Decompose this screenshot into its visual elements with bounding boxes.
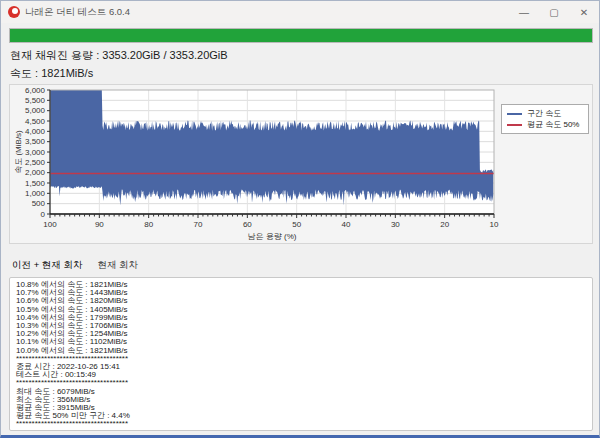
- naraeon-logo-icon: [8, 6, 20, 18]
- svg-text:4,000: 4,000: [25, 127, 46, 136]
- y-axis-label: 속도 (MiB/s): [14, 130, 23, 174]
- app-window: 나래온 더티 테스트 6.0.4 — ▢ ✕ 현재 채워진 용량 : 3353.…: [0, 0, 600, 438]
- svg-text:2,500: 2,500: [25, 158, 46, 167]
- log-line: 종료 시간 : 2022-10-26 15:41: [16, 363, 586, 371]
- svg-text:1,500: 1,500: [25, 179, 46, 188]
- maximize-button[interactable]: ▢: [539, 1, 569, 23]
- legend-line-icon: [507, 113, 522, 115]
- svg-text:100: 100: [43, 220, 57, 229]
- svg-text:20: 20: [440, 220, 449, 229]
- svg-text:3,500: 3,500: [25, 137, 46, 146]
- window-controls: — ▢ ✕: [509, 1, 599, 23]
- capacity-status-label: 현재 채워진 용량 : 3353.20GiB / 3353.20GiB: [10, 48, 228, 63]
- legend-entry-1: 평균 속도 50%: [507, 119, 583, 130]
- fill-progress-bar: [9, 28, 593, 43]
- svg-text:500: 500: [32, 199, 46, 208]
- svg-text:5,500: 5,500: [25, 96, 46, 105]
- x-axis-label: 남은 용량 (%): [248, 232, 297, 241]
- svg-text:10: 10: [490, 220, 499, 229]
- chart-legend: 구간 속도평균 속도 50%: [501, 104, 589, 134]
- svg-text:70: 70: [194, 220, 203, 229]
- log-line: ************************************: [16, 420, 586, 428]
- log-line: 최소 속도 : 356MiB/s: [16, 396, 586, 404]
- legend-label: 구간 속도: [527, 108, 561, 119]
- svg-text:80: 80: [144, 220, 153, 229]
- svg-text:2,000: 2,000: [25, 168, 46, 177]
- speed-status-label: 속도 : 1821MiB/s: [10, 66, 93, 81]
- legend-entry-0: 구간 속도: [507, 108, 583, 119]
- minimize-button[interactable]: —: [509, 1, 539, 23]
- tab-0[interactable]: 이전 + 현재 회차: [12, 259, 82, 272]
- svg-text:60: 60: [243, 220, 252, 229]
- svg-text:90: 90: [95, 220, 104, 229]
- legend-line-icon: [507, 124, 522, 126]
- svg-text:1,000: 1,000: [25, 189, 46, 198]
- title-bar: 나래온 더티 테스트 6.0.4 — ▢ ✕: [1, 1, 599, 23]
- log-line: 최대 속도 : 6079MiB/s: [16, 388, 586, 396]
- log-line: ************************************: [16, 379, 586, 387]
- progress-fill: [10, 29, 592, 42]
- window-title: 나래온 더티 테스트 6.0.4: [25, 6, 130, 19]
- legend-label: 평균 속도 50%: [527, 119, 579, 130]
- svg-text:30: 30: [391, 220, 400, 229]
- round-tabs: 이전 + 현재 회차현재 회차: [12, 259, 138, 272]
- speed-chart-panel: 10203040506070809010005001,0001,5002,000…: [9, 84, 593, 244]
- svg-text:0: 0: [41, 210, 46, 219]
- svg-text:4,500: 4,500: [25, 117, 46, 126]
- svg-text:3,000: 3,000: [25, 148, 46, 157]
- close-button[interactable]: ✕: [569, 1, 599, 23]
- tab-1[interactable]: 현재 회차: [97, 259, 138, 272]
- svg-text:50: 50: [292, 220, 301, 229]
- test-log-output[interactable]: 10.8% 에서의 속도 : 1821MiB/s10.7% 에서의 속도 : 1…: [9, 277, 593, 431]
- svg-text:6,000: 6,000: [25, 86, 46, 95]
- svg-text:40: 40: [342, 220, 351, 229]
- svg-text:5,000: 5,000: [25, 106, 46, 115]
